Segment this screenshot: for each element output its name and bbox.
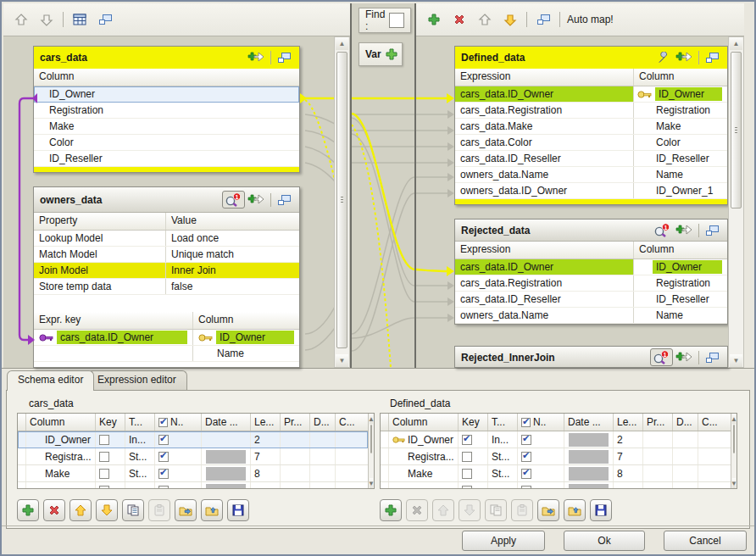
nullable-all-checkbox[interactable]	[521, 418, 531, 427]
zone-divider-left[interactable]	[350, 3, 352, 368]
move-down-icon[interactable]	[37, 10, 56, 29]
rejected-row-name[interactable]: owners_data.Name Name	[455, 308, 727, 324]
defined-column-header[interactable]: Column	[633, 69, 727, 86]
rejected-data-titlebar[interactable]: Rejected_data 1	[455, 220, 727, 242]
paste-button[interactable]	[148, 499, 170, 521]
owners-exprkey-header[interactable]: Expr. key	[34, 312, 192, 329]
owners-name-row[interactable]: Name	[34, 346, 299, 362]
add-column-arrow-icon[interactable]	[673, 223, 694, 238]
rejected-column-header[interactable]: Column	[633, 242, 727, 259]
key-checkbox[interactable]	[99, 452, 109, 462]
cars-row-color[interactable]: Color	[34, 135, 299, 151]
nullable-checkbox[interactable]	[521, 435, 531, 445]
nullable-checkbox[interactable]	[158, 435, 169, 445]
rejected-row-registration[interactable]: cars_data.Registration Registration	[455, 275, 727, 292]
detach-table-icon[interactable]	[703, 224, 721, 237]
owners-prop-match-model[interactable]: Match Model Unique match	[34, 247, 299, 263]
key-checkbox[interactable]	[462, 435, 472, 445]
schema-row[interactable]: Make St... 8	[381, 465, 731, 482]
schema-row[interactable]: Make St... 8	[18, 465, 368, 482]
defined-row-id-owner-1[interactable]: owners_data.ID_Owner ID_Owner_1	[455, 183, 727, 199]
key-checkbox[interactable]	[99, 435, 109, 445]
add-column-arrow-icon[interactable]	[673, 50, 694, 65]
date-pattern-cell[interactable]	[569, 450, 609, 464]
owners-value-header[interactable]: Value	[165, 213, 299, 230]
detach-window-icon[interactable]	[96, 10, 114, 29]
schema-row[interactable]: Registra... St... 7	[381, 448, 731, 465]
detach-window-icon[interactable]	[534, 10, 553, 29]
move-up-button[interactable]	[432, 499, 454, 521]
wrench-icon[interactable]	[656, 51, 673, 64]
add-column-arrow-icon[interactable]	[245, 50, 266, 65]
add-output-icon[interactable]	[425, 10, 443, 29]
schema-row[interactable]: Registra... St... 7	[18, 448, 368, 465]
import-schema-button[interactable]	[564, 499, 586, 521]
search-badge-icon[interactable]: 1	[650, 348, 673, 366]
defined-expression-header[interactable]: Expression	[455, 69, 633, 86]
automap-button[interactable]: Auto map!	[567, 14, 614, 25]
defined-row-name[interactable]: owners_data.Name Name	[455, 167, 727, 183]
save-button[interactable]	[590, 499, 612, 521]
date-pattern-cell[interactable]	[569, 467, 609, 481]
date-pattern-cell[interactable]	[206, 467, 246, 481]
search-badge-icon[interactable]: 1	[652, 222, 673, 238]
rejected-innerjoin-titlebar[interactable]: Rejected_InnerJoin 1	[455, 347, 727, 368]
move-up-button[interactable]	[69, 499, 92, 521]
schema-right-scrollbar[interactable]: ▲ ▼	[731, 414, 737, 488]
cars-column-header[interactable]: Column	[34, 69, 79, 86]
defined-row-registration[interactable]: cars_data.Registration Registration	[455, 103, 727, 119]
owners-exprkey-row[interactable]: cars_data.ID_Owner ID_Owner	[34, 330, 299, 346]
rejected-expression-header[interactable]: Expression	[455, 242, 633, 259]
remove-output-icon[interactable]	[450, 10, 469, 29]
owners-prop-store-temp[interactable]: Store temp data false	[34, 279, 299, 295]
schema-row[interactable]: ID_Owner In... 2	[381, 431, 731, 448]
schema-left-scrollbar[interactable]: ▲ ▼	[368, 414, 374, 488]
key-checkbox[interactable]	[462, 452, 472, 462]
output-scrollbar[interactable]: ▲ ▼	[728, 36, 744, 368]
copy-button[interactable]	[122, 499, 144, 521]
table-view-icon[interactable]	[70, 10, 89, 29]
tab-expression-editor[interactable]: Expression editor	[86, 370, 187, 390]
export-schema-button[interactable]	[175, 499, 197, 521]
date-pattern-cell[interactable]	[206, 450, 246, 464]
copy-button[interactable]	[485, 499, 507, 521]
date-pattern-cell[interactable]	[569, 433, 609, 447]
rejected-row-id-reseller[interactable]: cars_data.ID_Reseller ID_Reseller	[455, 292, 727, 308]
defined-row-id-owner[interactable]: cars_data.ID_Owner ID_Owner	[455, 86, 727, 103]
add-row-button[interactable]	[17, 499, 39, 521]
cars-row-id-reseller[interactable]: ID_Reseller	[34, 151, 299, 167]
rejected-row-id-owner[interactable]: cars_data.ID_Owner ID_Owner	[455, 259, 727, 275]
owners-data-titlebar[interactable]: owners_data 1	[34, 187, 299, 213]
defined-row-make[interactable]: cars_data.Make Make	[455, 119, 727, 135]
defined-row-id-reseller[interactable]: cars_data.ID_Reseller ID_Reseller	[455, 151, 727, 167]
ok-button[interactable]: Ok	[564, 531, 645, 551]
zone-divider-right[interactable]	[414, 3, 416, 368]
cars-row-make[interactable]: Make	[34, 119, 299, 135]
apply-button[interactable]: Apply	[462, 531, 545, 551]
detach-table-icon[interactable]	[275, 51, 293, 64]
delete-row-button[interactable]	[406, 499, 428, 521]
move-down-button[interactable]	[459, 499, 481, 521]
move-up-icon[interactable]	[12, 10, 31, 29]
cars-data-titlebar[interactable]: cars_data	[34, 47, 299, 69]
tab-schema-editor[interactable]: Schema editor	[7, 370, 94, 391]
find-input[interactable]	[389, 13, 404, 28]
detach-table-icon[interactable]	[275, 193, 293, 207]
import-schema-button[interactable]	[201, 499, 223, 521]
move-down-icon[interactable]	[501, 10, 520, 29]
nullable-checkbox[interactable]	[158, 469, 169, 479]
nullable-all-checkbox[interactable]	[158, 418, 168, 427]
key-checkbox[interactable]	[462, 469, 472, 479]
add-var-icon[interactable]	[386, 48, 397, 60]
owners-prop-join-model[interactable]: Join Model Inner Join	[34, 263, 299, 279]
detach-table-icon[interactable]	[703, 351, 721, 364]
input-scrollbar[interactable]: ▲ ▼	[334, 36, 350, 368]
add-column-arrow-icon[interactable]	[245, 192, 266, 208]
paste-button[interactable]	[511, 499, 533, 521]
delete-row-button[interactable]	[43, 499, 65, 521]
search-badge-icon[interactable]: 1	[222, 191, 245, 208]
move-up-icon[interactable]	[475, 10, 494, 29]
owners-column-header[interactable]: Column	[192, 312, 299, 329]
nullable-checkbox[interactable]	[158, 452, 169, 462]
key-checkbox[interactable]	[99, 469, 109, 479]
